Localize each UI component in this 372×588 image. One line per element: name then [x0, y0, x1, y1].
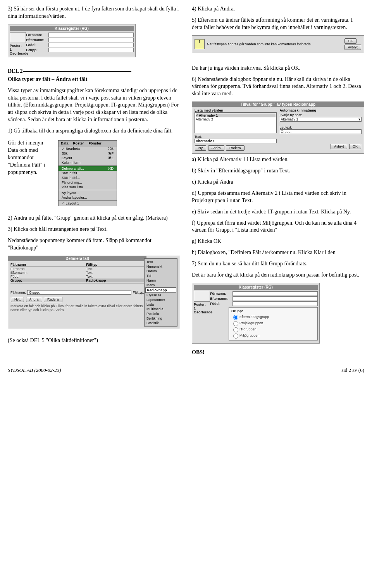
- menu-item-definiera-falt[interactable]: Definiera fält...⌘D: [59, 166, 117, 171]
- field2-fodd-input[interactable]: [232, 301, 318, 306]
- step-f-text: f) Upprepa det förra med värdet Miljögru…: [192, 220, 364, 234]
- popup-kryssruta[interactable]: Kryssruta: [145, 293, 176, 297]
- ledtext-input[interactable]: Grupp:: [280, 129, 362, 134]
- andra-button[interactable]: Ändra: [26, 297, 42, 302]
- see-also-del5: (Se också DEL 5 "Olika fältdefinitioner"…: [8, 337, 180, 344]
- field-grupp-input[interactable]: [48, 48, 134, 52]
- popup-berakning[interactable]: Beräkning: [145, 316, 176, 321]
- menu-item-kolumnform[interactable]: Kolumnform: [59, 160, 117, 165]
- ny-button[interactable]: Ny: [195, 145, 206, 151]
- radio-miljo[interactable]: Miljögruppen: [231, 332, 315, 339]
- menu-item-sok[interactable]: Sök⌘F: [59, 151, 117, 156]
- text-input[interactable]: Alternativ 1: [195, 139, 277, 143]
- obs-heading: OBS!: [192, 349, 364, 356]
- menu-item-layout1[interactable]: ✓ Layout 1: [59, 201, 117, 206]
- window-title-2: Klassregister (RG): [194, 285, 318, 290]
- popup-multimedia[interactable]: Multimedia: [145, 307, 176, 311]
- popup-statistik[interactable]: Statistik: [145, 321, 176, 325]
- ok-instruction: Du har ju inga värden inskrivna. Så klic…: [192, 65, 364, 72]
- menu-item-layout[interactable]: Layout⌘L: [59, 156, 117, 160]
- radio-projekt[interactable]: Projektgruppen: [231, 320, 315, 326]
- poster-label-2: Poster:: [194, 303, 210, 306]
- step-e-text: e) Skriv sedan in det tredje värdet: IT-…: [192, 208, 364, 216]
- ivarje-select[interactable]: Alternativ 1▾: [280, 117, 362, 122]
- tillval-dialog: Tillval för "Grupp:" av typen Radioknapp…: [192, 101, 364, 154]
- field-fodd-input[interactable]: [48, 43, 134, 47]
- step-a-text: a) Klicka på Alternativ 1 i Lista med vä…: [192, 156, 364, 163]
- menu-item-satt-in-del[interactable]: Sätt in del...: [59, 175, 117, 180]
- popup-radioknapp[interactable]: Radioknapp: [145, 287, 176, 293]
- radera-button-2[interactable]: Radera: [226, 145, 245, 151]
- menu-item-faltordning[interactable]: Fältordning...: [59, 180, 117, 185]
- lista-listbox[interactable]: ✓Alternativ 1 Alternativ 2: [195, 112, 277, 133]
- auto-heading: Automatisk inmatning: [280, 108, 362, 112]
- radio-eftermiddag[interactable]: Eftermiddagsgrupp: [231, 314, 315, 320]
- step-5-text: 5) Eftersom du ändrar fältets utformning…: [192, 17, 364, 31]
- step-1-text: 1) Gå tillbaka till den ursprungliga dia…: [8, 127, 180, 135]
- del2-subheading: Olika typer av fält – Ändra ett fält: [8, 76, 180, 83]
- menu-item-bearbeta[interactable]: ✓ Bearbeta⌘B: [59, 146, 117, 151]
- sort-status: Osorterade: [10, 52, 26, 55]
- menu-item-ny-layout[interactable]: Ny layout...: [59, 191, 117, 195]
- menu-item-andra-layouter[interactable]: Ändra layouter...: [59, 195, 117, 200]
- row-efternamn[interactable]: Efternamn:Text: [10, 271, 144, 275]
- row-grupp-selected[interactable]: Grupp:Radioknapp: [10, 279, 144, 282]
- menu-item-satt-in-falt[interactable]: Sätt in fält...: [59, 171, 117, 175]
- faltnamn-label: Fältnamn:: [10, 291, 26, 294]
- field-efternamn-label: Efternamn:: [26, 38, 48, 42]
- nytt-button[interactable]: Nytt: [11, 297, 24, 302]
- step-3-text: 3) Så här ser den första posten ut. I de…: [8, 5, 180, 20]
- falttyp-popup: Text Numeriskt Datum Tid Namn Meny Radio…: [144, 258, 177, 327]
- popup-numeriskt[interactable]: Numeriskt: [145, 264, 176, 269]
- poster-value-2: 1: [194, 306, 210, 310]
- andra-button-2[interactable]: Ändra: [208, 145, 224, 151]
- popup-lopnummer[interactable]: Löpnummer: [145, 297, 176, 302]
- final-instruction: Det är bara för dig att klicka på den ra…: [192, 272, 364, 279]
- popup-tid[interactable]: Tid: [145, 273, 176, 278]
- field-grupp-label: Grupp:: [26, 48, 48, 52]
- radio-it[interactable]: IT-gruppen: [231, 326, 315, 332]
- popup-postinfo[interactable]: Postinfo: [145, 311, 176, 316]
- menu-item-visa-lista[interactable]: Visa som lista: [59, 185, 117, 189]
- ivarje-label: I varje ny post:: [280, 113, 362, 117]
- radera-button[interactable]: Radera: [44, 297, 62, 302]
- col-faltnamn: Fältnamn: [10, 263, 86, 266]
- menu-tab-fonster[interactable]: Fönster: [86, 141, 104, 146]
- avbryt-button[interactable]: Avbryt: [344, 45, 361, 50]
- field-fornamn-input[interactable]: [48, 33, 134, 37]
- falttyp-label: Fälttyp:: [133, 291, 144, 294]
- row-fornamn[interactable]: Förnamn:Text: [10, 267, 144, 271]
- popup-lista[interactable]: Lista: [145, 302, 176, 307]
- step-b-text: b) Skriv in "Eftermiddagsgrupp" i rutan …: [192, 167, 364, 175]
- del2-intro: Vissa typer av inmatningsuppgifter kan f…: [8, 87, 180, 124]
- warning-dialog: ! När fälttypen ändras går värden som in…: [192, 35, 364, 53]
- menu-tab-poster[interactable]: Poster: [71, 141, 86, 146]
- ok-button[interactable]: OK: [344, 38, 356, 44]
- avbryt-button-2[interactable]: Avbryt: [331, 144, 347, 149]
- poster-value: 1: [10, 48, 26, 52]
- faltnamn-input[interactable]: Grupp:: [27, 290, 131, 295]
- popup-meny[interactable]: Meny: [145, 283, 176, 287]
- ledtext-label: Ledtext:: [280, 126, 362, 129]
- step-4-text: 4) Klicka på Ändra.: [192, 5, 364, 13]
- ok-button-2[interactable]: OK: [349, 144, 361, 149]
- popup-text[interactable]: Text: [145, 260, 176, 264]
- popup-datum[interactable]: Datum: [145, 269, 176, 273]
- field-efternamn-input[interactable]: [48, 38, 134, 42]
- field2-fornamn-input[interactable]: [232, 291, 318, 296]
- text-label: Text:: [195, 135, 202, 139]
- warning-icon: !: [195, 39, 205, 49]
- klassregister-screenshot-1: Klassregister (RG) Poster: 1 Osorterade …: [8, 24, 136, 57]
- step-h-text: h) Dialogboxen, "Definiera Fält återkomm…: [192, 249, 364, 256]
- row-fodd[interactable]: Född:Text: [10, 275, 144, 279]
- field2-efternamn-input[interactable]: [232, 296, 318, 301]
- warning-message: När fälttypen ändras går värden som inte…: [207, 42, 344, 46]
- step-7-text: 7) Som du nu kan se så har ditt fält Gru…: [192, 260, 364, 268]
- menu-tab-data[interactable]: Data: [59, 141, 71, 146]
- tillval-title: Tillval för "Grupp:" av typen Radioknapp: [192, 102, 364, 107]
- dialog-hint: Markera ett fält och klicka på Tillval f…: [10, 304, 144, 312]
- step-popup-text: Nedanstående popupmeny kommer då fram. S…: [8, 237, 180, 252]
- popup-namn[interactable]: Namn: [145, 278, 176, 283]
- definiera-falt-dialog: Definiera fält Fältnamn Fälttyp Förnamn:…: [8, 256, 180, 329]
- klassregister-screenshot-2: Klassregister (RG) Poster: 1 Osorterade …: [192, 283, 320, 344]
